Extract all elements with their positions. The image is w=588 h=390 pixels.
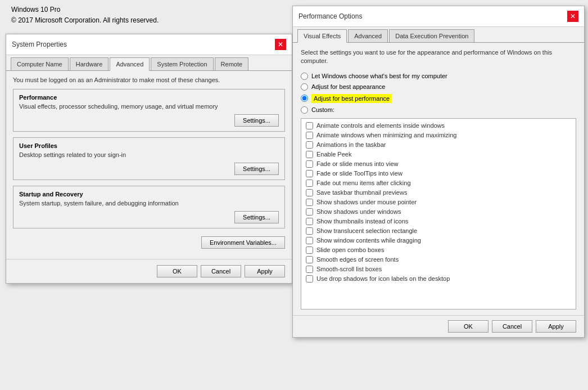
- performance-options-body: Select the settings you want to use for …: [293, 43, 584, 315]
- radio-custom: Custom:: [301, 106, 576, 114]
- performance-options-tabs: Visual Effects Advanced Data Execution P…: [293, 27, 584, 43]
- checkbox-row: Animations in the taskbar: [306, 140, 571, 150]
- checkbox-11[interactable]: [306, 227, 313, 235]
- checkbox-10[interactable]: [306, 218, 313, 225]
- user-profiles-desc: Desktop settings related to your sign-in: [19, 151, 279, 158]
- radio-best-appearance: Adjust for best appearance: [301, 83, 576, 91]
- user-profiles-title: User Profiles: [19, 142, 279, 149]
- tab-data-execution[interactable]: Data Execution Prevention: [389, 29, 474, 42]
- checkbox-row: Smooth edges of screen fonts: [306, 255, 571, 265]
- checkbox-label-4: Fade or slide menus into view: [316, 160, 399, 167]
- tab-advanced[interactable]: Advanced: [110, 57, 150, 71]
- windows-version: Windows 10 Pro: [11, 5, 159, 15]
- checkbox-label-2: Animations in the taskbar: [316, 141, 386, 148]
- perf-apply-button[interactable]: Apply: [536, 320, 576, 333]
- checkbox-3[interactable]: [306, 151, 313, 158]
- checkbox-row: Fade or slide ToolTips into view: [306, 169, 571, 178]
- checkbox-label-16: Use drop shadows for icon labels on the …: [316, 275, 450, 282]
- system-ok-button[interactable]: OK: [157, 265, 197, 277]
- tab-remote[interactable]: Remote: [215, 57, 249, 70]
- checkbox-row: Show shadows under windows: [306, 207, 571, 217]
- checkbox-7[interactable]: [306, 189, 313, 196]
- system-properties-title: System Properties: [12, 41, 67, 48]
- performance-section-title: Performance: [19, 94, 279, 101]
- checkbox-label-15: Smooth-scroll list boxes: [316, 266, 382, 272]
- performance-section: Performance Visual effects, processor sc…: [13, 89, 285, 132]
- copyright-text: © 2017 Microsoft Corporation. All rights…: [11, 15, 159, 26]
- performance-options-footer: OK Cancel Apply: [293, 315, 584, 337]
- tab-system-protection[interactable]: System Protection: [151, 57, 213, 70]
- checkbox-16[interactable]: [306, 275, 313, 283]
- user-profiles-section: User Profiles Desktop settings related t…: [13, 137, 285, 180]
- performance-options-close-button[interactable]: ✕: [567, 11, 578, 22]
- checkbox-label-12: Show window contents while dragging: [316, 237, 421, 244]
- checkbox-14[interactable]: [306, 256, 313, 263]
- system-properties-tabs: Computer Name Hardware Advanced System P…: [6, 55, 292, 71]
- system-cancel-button[interactable]: Cancel: [201, 265, 241, 277]
- radio-let-windows-label: Let Windows choose what's best for my co…: [311, 73, 447, 79]
- checkbox-row: Fade or slide menus into view: [306, 159, 571, 169]
- checkbox-5[interactable]: [306, 170, 313, 177]
- background-text: Windows 10 Pro © 2017 Microsoft Corporat…: [11, 5, 159, 26]
- checkbox-2[interactable]: [306, 141, 313, 149]
- checkbox-1[interactable]: [306, 132, 313, 139]
- performance-options-title: Performance Options: [298, 12, 362, 20]
- system-properties-titlebar: System Properties ✕: [6, 34, 292, 55]
- checkbox-label-7: Save taskbar thumbnail previews: [316, 189, 407, 196]
- checkbox-row: Smooth-scroll list boxes: [306, 265, 571, 274]
- checkbox-row: Animate controls and elements inside win…: [306, 121, 571, 131]
- checkbox-label-9: Show shadows under windows: [316, 208, 401, 215]
- checkbox-label-11: Show translucent selection rectangle: [316, 227, 417, 234]
- checkbox-row: Save taskbar thumbnail previews: [306, 188, 571, 198]
- startup-section: Startup and Recovery System startup, sys…: [13, 186, 285, 228]
- checkbox-6[interactable]: [306, 180, 313, 187]
- radio-let-windows: Let Windows choose what's best for my co…: [301, 73, 576, 80]
- checkbox-row: Show thumbnails instead of icons: [306, 217, 571, 226]
- environment-variables-button[interactable]: Environment Variables...: [201, 236, 285, 249]
- checkbox-row: Animate windows when minimizing and maxi…: [306, 131, 571, 140]
- perf-cancel-button[interactable]: Cancel: [492, 320, 532, 333]
- system-properties-dialog: System Properties ✕ Computer Name Hardwa…: [6, 34, 292, 284]
- tab-computer-name[interactable]: Computer Name: [11, 57, 69, 70]
- checkbox-label-14: Smooth edges of screen fonts: [316, 256, 399, 263]
- radio-best-performance-label: Adjust for best performance: [311, 94, 392, 103]
- checkbox-row: Slide open combo boxes: [306, 245, 571, 255]
- checkbox-row: Enable Peek: [306, 150, 571, 159]
- tab-hardware[interactable]: Hardware: [70, 57, 109, 70]
- radio-best-performance-input[interactable]: [301, 95, 308, 102]
- perf-ok-button[interactable]: OK: [448, 320, 489, 333]
- performance-section-desc: Visual effects, processor scheduling, me…: [19, 103, 279, 110]
- checkbox-0[interactable]: [306, 122, 313, 129]
- checkbox-label-3: Enable Peek: [316, 151, 351, 158]
- tab-visual-effects[interactable]: Visual Effects: [297, 29, 347, 43]
- checkbox-12[interactable]: [306, 237, 313, 244]
- system-properties-close-button[interactable]: ✕: [275, 39, 286, 50]
- performance-settings-button[interactable]: Settings...: [234, 114, 279, 127]
- checkbox-4[interactable]: [306, 160, 313, 168]
- checkbox-label-5: Fade or slide ToolTips into view: [316, 170, 402, 177]
- checkbox-label-13: Slide open combo boxes: [316, 246, 384, 253]
- tab-perf-advanced[interactable]: Advanced: [348, 29, 388, 42]
- startup-settings-button[interactable]: Settings...: [234, 211, 279, 223]
- checkbox-13[interactable]: [306, 246, 313, 254]
- user-profiles-settings-button[interactable]: Settings...: [234, 163, 279, 175]
- checkbox-row: Fade out menu items after clicking: [306, 178, 571, 188]
- radio-let-windows-input[interactable]: [301, 73, 308, 80]
- checkbox-row: Show translucent selection rectangle: [306, 226, 571, 236]
- checkbox-row: Show window contents while dragging: [306, 236, 571, 245]
- system-properties-body: You must be logged on as an Administrato…: [6, 71, 292, 259]
- checkbox-label-6: Fade out menu items after clicking: [316, 180, 411, 186]
- checkbox-9[interactable]: [306, 208, 313, 216]
- checkbox-8[interactable]: [306, 199, 313, 206]
- system-apply-button[interactable]: Apply: [245, 265, 285, 277]
- radio-custom-input[interactable]: [301, 106, 308, 114]
- admin-note: You must be logged on as an Administrato…: [13, 77, 285, 83]
- checkbox-label-0: Animate controls and elements inside win…: [316, 122, 445, 129]
- radio-best-appearance-input[interactable]: [301, 83, 308, 91]
- startup-section-desc: System startup, system failure, and debu…: [19, 200, 279, 207]
- checkbox-row: Show shadows under mouse pointer: [306, 198, 571, 207]
- visual-effects-checkbox-list: Animate controls and elements inside win…: [301, 118, 576, 310]
- startup-section-title: Startup and Recovery: [19, 191, 279, 198]
- checkbox-15[interactable]: [306, 266, 313, 273]
- radio-best-performance: Adjust for best performance: [301, 94, 576, 103]
